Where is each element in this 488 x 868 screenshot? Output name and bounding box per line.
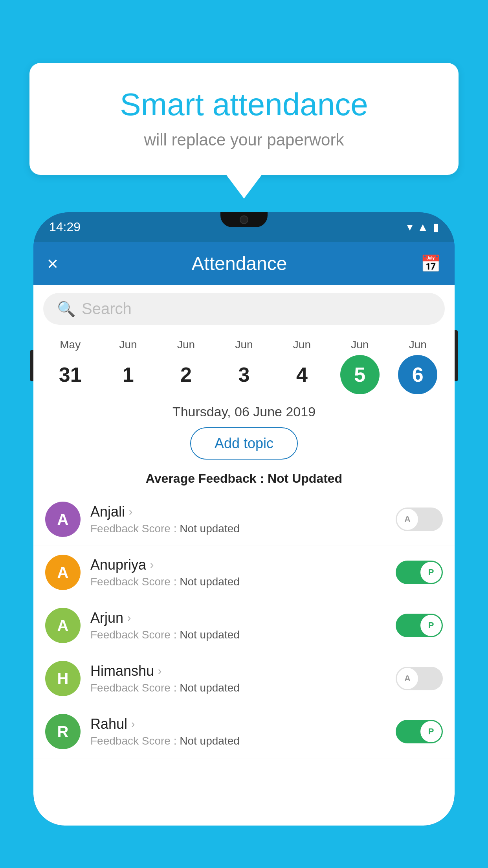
cal-month-label: Jun bbox=[235, 338, 253, 351]
avg-feedback: Average Feedback : Not Updated bbox=[33, 468, 455, 493]
student-feedback: Feedback Score : Not updated bbox=[90, 682, 386, 694]
student-list-item[interactable]: AAnupriya ›Feedback Score : Not updatedP bbox=[33, 546, 455, 599]
student-info: Rahul ›Feedback Score : Not updated bbox=[90, 716, 386, 747]
cal-day-number[interactable]: 4 bbox=[282, 355, 321, 394]
speech-bubble-container: Smart attendance will replace your paper… bbox=[29, 63, 459, 199]
student-avatar: H bbox=[45, 661, 81, 696]
phone-container: 14:29 ▾ ▲ ▮ × Attendance 📅 🔍 Search May3… bbox=[33, 212, 455, 868]
camera bbox=[240, 215, 248, 224]
student-name: Rahul › bbox=[90, 716, 386, 732]
student-feedback: Feedback Score : Not updated bbox=[90, 522, 386, 535]
add-topic-button[interactable]: Add topic bbox=[190, 427, 298, 460]
toggle-knob: P bbox=[420, 615, 442, 636]
student-list-item[interactable]: AAnjali ›Feedback Score : Not updatedA bbox=[33, 493, 455, 546]
student-feedback: Feedback Score : Not updated bbox=[90, 735, 386, 747]
toggle-switch[interactable]: P bbox=[396, 561, 443, 584]
calendar-day[interactable]: Jun3 bbox=[222, 338, 266, 394]
calendar-day[interactable]: Jun6 bbox=[396, 338, 439, 394]
attendance-toggle[interactable]: P bbox=[396, 561, 443, 584]
speech-bubble-title: Smart attendance bbox=[61, 86, 427, 123]
student-avatar: R bbox=[45, 714, 81, 749]
feedback-value: Not updated bbox=[180, 629, 240, 641]
wifi-icon: ▾ bbox=[407, 221, 413, 234]
calendar-icon[interactable]: 📅 bbox=[420, 254, 441, 273]
speech-bubble-tail bbox=[226, 175, 262, 199]
toggle-switch[interactable]: P bbox=[396, 614, 443, 637]
chevron-icon: › bbox=[150, 559, 154, 571]
student-name: Anjali › bbox=[90, 504, 386, 520]
cal-month-label: Jun bbox=[119, 338, 137, 351]
calendar-day[interactable]: May31 bbox=[49, 338, 92, 394]
student-info: Himanshu ›Feedback Score : Not updated bbox=[90, 663, 386, 694]
attendance-toggle[interactable]: A bbox=[396, 667, 443, 690]
cal-day-number[interactable]: 1 bbox=[108, 355, 148, 394]
notch bbox=[220, 212, 268, 227]
cal-day-number[interactable]: 31 bbox=[51, 355, 90, 394]
app-header: × Attendance 📅 bbox=[33, 242, 455, 285]
calendar-row: May31Jun1Jun2Jun3Jun4Jun5Jun6 bbox=[33, 333, 455, 396]
toggle-switch[interactable]: A bbox=[396, 667, 443, 690]
close-button[interactable]: × bbox=[47, 253, 58, 274]
student-info: Anjali ›Feedback Score : Not updated bbox=[90, 504, 386, 535]
status-icons: ▾ ▲ ▮ bbox=[407, 221, 439, 234]
student-list-item[interactable]: HHimanshu ›Feedback Score : Not updatedA bbox=[33, 652, 455, 705]
attendance-toggle[interactable]: A bbox=[396, 508, 443, 531]
student-feedback: Feedback Score : Not updated bbox=[90, 576, 386, 588]
student-feedback: Feedback Score : Not updated bbox=[90, 629, 386, 641]
cal-day-number[interactable]: 5 bbox=[340, 355, 380, 394]
toggle-knob: P bbox=[420, 721, 442, 742]
avg-feedback-value: Not Updated bbox=[268, 471, 342, 485]
power-button bbox=[455, 330, 458, 381]
feedback-value: Not updated bbox=[180, 735, 240, 747]
cal-month-label: May bbox=[60, 338, 81, 351]
feedback-value: Not updated bbox=[180, 522, 240, 535]
feedback-value: Not updated bbox=[180, 576, 240, 588]
page-title: Attendance bbox=[192, 253, 287, 274]
calendar-day[interactable]: Jun2 bbox=[165, 338, 208, 394]
student-list-item[interactable]: AArjun ›Feedback Score : Not updatedP bbox=[33, 599, 455, 652]
speech-bubble: Smart attendance will replace your paper… bbox=[29, 63, 459, 175]
toggle-switch[interactable]: P bbox=[396, 720, 443, 743]
toggle-switch[interactable]: A bbox=[396, 508, 443, 531]
student-avatar: A bbox=[45, 502, 81, 537]
feedback-value: Not updated bbox=[180, 682, 240, 694]
chevron-icon: › bbox=[131, 718, 135, 730]
phone-frame: 14:29 ▾ ▲ ▮ × Attendance 📅 🔍 Search May3… bbox=[33, 212, 455, 826]
cal-day-number[interactable]: 3 bbox=[224, 355, 264, 394]
chevron-icon: › bbox=[127, 612, 131, 624]
chevron-icon: › bbox=[158, 665, 161, 677]
cal-day-number[interactable]: 2 bbox=[167, 355, 206, 394]
attendance-toggle[interactable]: P bbox=[396, 720, 443, 743]
toggle-knob: P bbox=[420, 562, 442, 583]
battery-icon: ▮ bbox=[433, 221, 439, 234]
student-info: Arjun ›Feedback Score : Not updated bbox=[90, 610, 386, 641]
calendar-day[interactable]: Jun1 bbox=[106, 338, 150, 394]
student-name: Anupriya › bbox=[90, 557, 386, 573]
attendance-toggle[interactable]: P bbox=[396, 614, 443, 637]
student-list-item[interactable]: RRahul ›Feedback Score : Not updatedP bbox=[33, 705, 455, 758]
volume-button bbox=[30, 350, 33, 381]
student-avatar: A bbox=[45, 555, 81, 590]
cal-month-label: Jun bbox=[293, 338, 311, 351]
status-bar: 14:29 ▾ ▲ ▮ bbox=[33, 212, 455, 242]
calendar-day[interactable]: Jun5 bbox=[338, 338, 382, 394]
cal-day-number[interactable]: 6 bbox=[398, 355, 437, 394]
search-bar[interactable]: 🔍 Search bbox=[43, 293, 445, 325]
cal-month-label: Jun bbox=[409, 338, 427, 351]
student-list: AAnjali ›Feedback Score : Not updatedAAA… bbox=[33, 493, 455, 758]
avg-feedback-label: Average Feedback : bbox=[146, 471, 268, 485]
student-name: Arjun › bbox=[90, 610, 386, 626]
calendar-day[interactable]: Jun4 bbox=[280, 338, 323, 394]
status-time: 14:29 bbox=[49, 220, 81, 234]
student-info: Anupriya ›Feedback Score : Not updated bbox=[90, 557, 386, 588]
chevron-icon: › bbox=[129, 506, 132, 518]
search-input[interactable]: Search bbox=[82, 300, 132, 318]
search-icon: 🔍 bbox=[57, 300, 75, 318]
phone-screen: 🔍 Search May31Jun1Jun2Jun3Jun4Jun5Jun6 T… bbox=[33, 285, 455, 826]
cal-month-label: Jun bbox=[177, 338, 195, 351]
cal-month-label: Jun bbox=[351, 338, 369, 351]
student-avatar: A bbox=[45, 608, 81, 643]
student-name: Himanshu › bbox=[90, 663, 386, 679]
speech-bubble-subtitle: will replace your paperwork bbox=[61, 131, 427, 149]
toggle-knob: A bbox=[397, 668, 418, 689]
